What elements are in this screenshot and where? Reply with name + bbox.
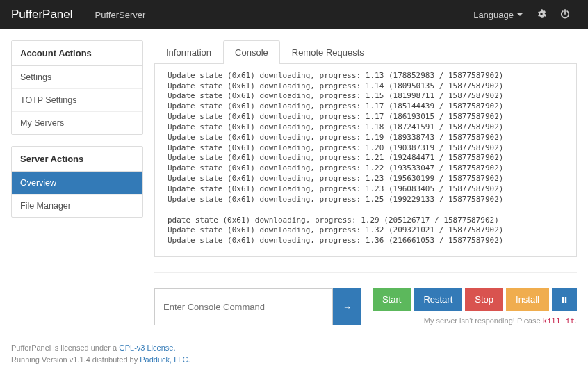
action-button-area: Start Restart Stop Install My server isn…: [373, 288, 577, 325]
svg-rect-0: [562, 297, 564, 303]
license-link[interactable]: GPL-v3 License.: [119, 344, 175, 352]
sidebar-item-filemanager[interactable]: File Manager: [12, 194, 142, 217]
server-actions-heading: Server Actions: [12, 147, 142, 172]
sidebar: Account Actions Settings TOTP Settings M…: [11, 40, 143, 229]
tab-remote-requests[interactable]: Remote Requests: [280, 40, 376, 64]
kill-link[interactable]: kill it: [543, 316, 575, 325]
settings-icon[interactable]: [530, 9, 553, 21]
action-buttons: Start Restart Stop Install: [373, 288, 577, 311]
sidebar-item-myservers[interactable]: My Servers: [12, 111, 142, 134]
power-icon[interactable]: [553, 9, 577, 21]
server-name[interactable]: PufferServer: [87, 10, 154, 20]
tab-information[interactable]: Information: [154, 40, 223, 64]
caret-down-icon: [517, 13, 523, 16]
kill-note: My server isn't responding! Please kill …: [373, 316, 577, 325]
language-label: Language: [473, 10, 514, 20]
console-panel: Update state (0x61) downloading, progres…: [154, 64, 577, 257]
server-actions-panel: Server Actions Overview File Manager: [11, 146, 143, 218]
language-dropdown[interactable]: Language: [466, 10, 530, 20]
main-content: Information Console Remote Requests Upda…: [154, 40, 577, 325]
tabs: Information Console Remote Requests: [154, 40, 577, 64]
tab-console[interactable]: Console: [223, 40, 280, 64]
account-actions-heading: Account Actions: [12, 41, 142, 66]
account-actions-panel: Account Actions Settings TOTP Settings M…: [11, 40, 143, 135]
sidebar-item-settings[interactable]: Settings: [12, 66, 142, 88]
footer: PufferPanel is licensed under a GPL-v3 L…: [0, 337, 588, 370]
pause-icon: [562, 296, 567, 303]
sidebar-item-overview[interactable]: Overview: [12, 172, 142, 194]
stop-button[interactable]: Stop: [465, 288, 503, 311]
pause-button[interactable]: [552, 288, 577, 311]
console-output[interactable]: Update state (0x61) downloading, progres…: [155, 70, 575, 250]
command-input-group: →: [154, 288, 361, 325]
navbar: PufferPanel PufferServer Language: [0, 0, 588, 29]
command-submit-button[interactable]: →: [333, 288, 361, 325]
svg-rect-1: [565, 297, 566, 303]
brand[interactable]: PufferPanel: [11, 8, 73, 22]
restart-button[interactable]: Restart: [414, 288, 462, 311]
sidebar-item-totp[interactable]: TOTP Settings: [12, 88, 142, 111]
distributor-link[interactable]: Padduck, LLC.: [140, 355, 190, 364]
controls-row: → Start Restart Stop Install My server i…: [154, 272, 577, 325]
command-input[interactable]: [154, 288, 333, 325]
install-button[interactable]: Install: [506, 288, 549, 311]
main-container: Account Actions Settings TOTP Settings M…: [0, 29, 588, 337]
start-button[interactable]: Start: [373, 288, 411, 311]
